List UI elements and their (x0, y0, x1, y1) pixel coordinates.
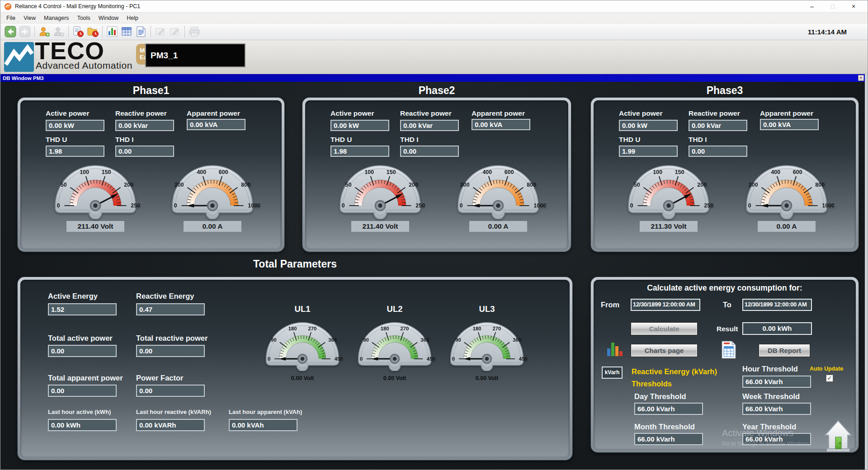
auto-update-checkbox[interactable]: ✓ (826, 375, 833, 382)
week-threshold-field[interactable]: 66.00 kVarh (742, 403, 811, 415)
result-label: Result (717, 325, 738, 333)
svg-text:360: 360 (328, 337, 337, 343)
svg-text:450: 450 (519, 356, 528, 362)
thd-i-label: THD I (115, 136, 133, 144)
active-power-label: Active power (619, 109, 662, 118)
db-window-title: DB Window PM3 (3, 75, 44, 81)
voltage-value-box: 211.40 Volt (66, 221, 124, 232)
svg-text:200: 200 (749, 182, 758, 188)
ul1-value: 0.00 Volt (291, 375, 314, 381)
svg-text:250: 250 (415, 202, 425, 209)
apparent-power-field: 0.00 kVA (760, 119, 819, 130)
energy-calculation-panel: Calculate active energy consumption for:… (591, 277, 859, 452)
db-report-button[interactable]: DB Report (759, 344, 810, 357)
kvarh-button[interactable]: kVarh (602, 367, 623, 379)
svg-text:800: 800 (815, 182, 825, 188)
phase1-panel: Active power Reactive power Apparent pow… (18, 98, 284, 252)
apparent-power-label: Apparent power (760, 109, 813, 118)
svg-text:0: 0 (342, 202, 345, 209)
signature-alt-icon[interactable] (168, 25, 182, 38)
clock: 11:14:14 AM (808, 28, 847, 36)
menu-view[interactable]: View (19, 13, 40, 23)
year-threshold-label: Year Threshold (742, 423, 796, 431)
back-icon[interactable] (4, 25, 17, 38)
phase3-title: Phase3 (591, 85, 859, 97)
svg-text:200: 200 (697, 182, 707, 188)
minimize-button[interactable]: – (802, 0, 822, 12)
maximize-button[interactable]: □ (822, 0, 843, 12)
power-factor-label: Power Factor (136, 374, 184, 382)
svg-text:1000: 1000 (248, 202, 260, 209)
svg-text:50: 50 (634, 182, 640, 188)
apparent-power-field: 0.00 kVA (187, 119, 245, 130)
svg-text:250: 250 (131, 202, 140, 209)
close-button[interactable]: × (843, 0, 864, 12)
brand-tagline: Advanced Automation (36, 60, 132, 71)
ul2-value: 0.00 Volt (383, 375, 406, 381)
ul3-gauge: 090180270360450 (444, 316, 530, 371)
signature-icon[interactable] (154, 25, 167, 38)
to-date-field[interactable]: 12/30/1899 12:00:00 AM (742, 299, 812, 311)
active-energy-label: Active Energy (48, 292, 98, 301)
svg-text:800: 800 (241, 182, 250, 188)
thd-u-label: THD U (46, 136, 67, 144)
svg-text:270: 270 (401, 326, 409, 331)
phase3-panel: Active power Reactive power Apparent pow… (591, 98, 859, 252)
menu-window[interactable]: Window (94, 13, 123, 23)
data-table-icon[interactable] (120, 25, 133, 38)
voltage-gauge: 050100150200250 (621, 158, 716, 219)
svg-text:0: 0 (57, 202, 60, 209)
active-power-label: Active power (330, 109, 374, 118)
svg-text:180: 180 (288, 326, 297, 331)
menu-managers[interactable]: Managers (40, 13, 73, 23)
forward-icon[interactable] (18, 25, 32, 38)
svg-text:200: 200 (409, 182, 418, 188)
svg-text:600: 600 (505, 169, 514, 175)
svg-text:800: 800 (527, 182, 536, 188)
thd-i-field: 0.00 (400, 146, 459, 157)
db-window-close-icon[interactable]: × (858, 75, 864, 81)
menu-tools[interactable]: Tools (73, 13, 94, 23)
phase2-panel: Active power Reactive power Apparent pow… (302, 98, 571, 252)
apparent-power-label: Apparent power (187, 109, 240, 118)
current-gauge: 02004006008001000 (451, 158, 546, 219)
bar-chart-icon (606, 340, 624, 358)
current-gauge: 02004006008001000 (165, 158, 260, 219)
thd-i-field: 0.00 (115, 146, 174, 157)
charts-page-button[interactable]: Charts page (631, 344, 698, 357)
hour-threshold-field[interactable]: 66.00 kVarh (742, 376, 811, 388)
thresholds-heading-line2: Thresholds (632, 380, 672, 388)
active-power-field: 0.00 kW (46, 120, 104, 131)
menu-bar: File View Managers Tools Window Help (0, 13, 868, 24)
menu-help[interactable]: Help (123, 13, 142, 23)
total-active-power-field: 0.00 (48, 345, 117, 357)
printer-icon[interactable] (188, 25, 201, 38)
svg-text:270: 270 (493, 326, 501, 331)
month-threshold-field[interactable]: 66.00 kVarh (634, 433, 703, 445)
total-parameters-panel: Active Energy Reactive Energy 1.52 0.47 … (18, 277, 572, 460)
menu-file[interactable]: File (2, 13, 19, 23)
svg-text:400: 400 (771, 169, 780, 175)
reactive-energy-field: 0.47 (136, 303, 205, 315)
from-date-field[interactable]: 12/30/1899 12:00:00 AM (631, 299, 700, 311)
home-icon[interactable] (824, 419, 852, 453)
svg-text:270: 270 (308, 326, 317, 331)
year-threshold-field[interactable]: 66.00 kVarh (742, 433, 811, 445)
teco-logo-icon (4, 42, 34, 72)
app-icon (4, 3, 12, 10)
day-threshold-label: Day Threshold (634, 392, 686, 401)
voltage-value-box: 211.30 Volt (640, 221, 698, 232)
active-power-field: 0.00 kW (330, 120, 389, 131)
thresholds-heading-line1: Reactive Energy (kVarh) (632, 367, 717, 376)
data-report-icon[interactable] (134, 25, 148, 38)
chart-icon[interactable] (105, 25, 119, 38)
total-apparent-power-label: Total apparent power (48, 374, 123, 382)
db-window-titlebar[interactable]: DB Window PM3 × (0, 74, 865, 82)
svg-text:50: 50 (345, 182, 352, 188)
window-title: Reliance 4 Control - Mall Energy Monitor… (15, 3, 140, 9)
svg-text:0: 0 (268, 356, 270, 362)
auto-update-label: Auto Update (810, 366, 843, 372)
calculate-button[interactable]: Calculate (631, 322, 698, 335)
day-threshold-field[interactable]: 66.00 kVarh (634, 403, 703, 415)
svg-text:600: 600 (793, 169, 802, 175)
